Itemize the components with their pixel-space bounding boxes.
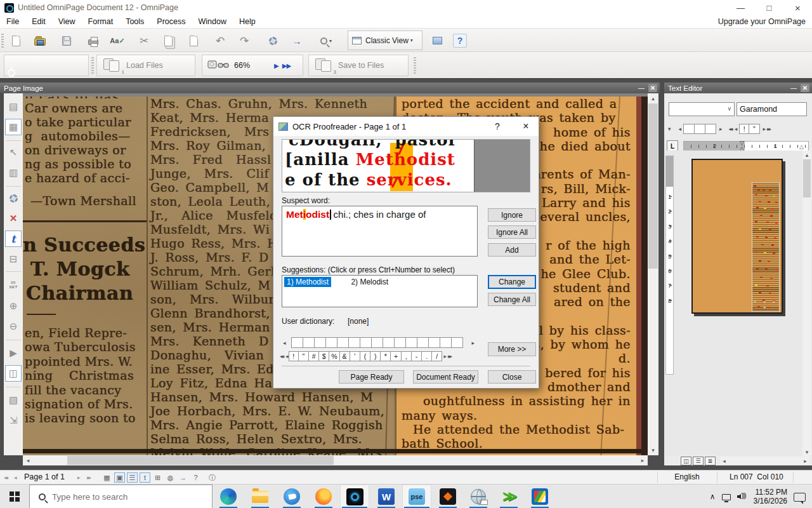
- delete-zone-button[interactable]: [5, 210, 22, 227]
- taskbar-word[interactable]: W: [372, 485, 401, 508]
- scroll-first-arrow[interactable]: [280, 353, 283, 359]
- maximize-button[interactable]: [755, 0, 783, 15]
- vscroll-thumb[interactable]: [648, 104, 658, 269]
- scroll-left-arrow[interactable]: [24, 455, 32, 465]
- search-input[interactable]: [52, 492, 179, 502]
- paragraph-style-select[interactable]: [669, 102, 735, 116]
- plain-view-button[interactable]: [705, 457, 716, 465]
- export-button[interactable]: [286, 31, 308, 50]
- options-button[interactable]: [262, 31, 284, 50]
- menu-help[interactable]: Help: [233, 17, 262, 26]
- text-editor-hscrollbar[interactable]: [720, 457, 809, 465]
- text-editor-content[interactable]: 12345678: [664, 150, 812, 456]
- view-select-group[interactable]: Classic View ▾: [348, 30, 422, 50]
- perform-ocr-button[interactable]: 66% ▶ ▶▶: [202, 55, 303, 76]
- text-editor-vscrollbar[interactable]: [802, 150, 811, 456]
- recognized-page-thumbnail[interactable]: [691, 159, 783, 314]
- taskbar-paperport[interactable]: [494, 485, 523, 508]
- scroll-up-arrow[interactable]: [802, 151, 811, 158]
- add-button[interactable]: Add: [488, 243, 536, 257]
- scroll-right-arrow[interactable]: [639, 455, 646, 465]
- taskbar-file-explorer[interactable]: [246, 485, 275, 508]
- taskbar-thunderbird[interactable]: [277, 485, 306, 508]
- taskbar-internet-mail[interactable]: [464, 485, 493, 508]
- zoom-out-button[interactable]: [5, 318, 22, 335]
- image-view-button[interactable]: [114, 472, 125, 483]
- start-button[interactable]: [0, 485, 29, 508]
- scroll-down-arrow[interactable]: [802, 448, 811, 455]
- print-button[interactable]: [82, 31, 104, 50]
- scroll-down-arrow[interactable]: [648, 446, 658, 454]
- select-tool-button[interactable]: [5, 144, 22, 161]
- send-page-button[interactable]: [5, 412, 22, 429]
- suggestion-item-selected[interactable]: 1) Methodist: [284, 277, 331, 287]
- action-center-icon[interactable]: [794, 493, 806, 502]
- form-page-button[interactable]: [5, 392, 22, 408]
- taskbar-photo-viewer[interactable]: [525, 485, 554, 508]
- text-editor-view-button[interactable]: [140, 472, 150, 483]
- cut-button[interactable]: [133, 31, 155, 50]
- next-page-button[interactable]: [77, 471, 79, 485]
- menu-edit[interactable]: Edit: [25, 17, 52, 26]
- menu-process[interactable]: Process: [150, 17, 192, 26]
- set-ocr-button[interactable]: ∞SET: [5, 276, 22, 293]
- thumbnails-view-button[interactable]: [102, 472, 112, 483]
- help-button[interactable]: ?: [449, 31, 471, 50]
- upgrade-link[interactable]: Upgrade your OmniPage: [718, 17, 806, 26]
- scroll-last-arrow[interactable]: [767, 126, 770, 132]
- page-view-button[interactable]: [681, 457, 691, 465]
- document-ready-button[interactable]: Document Ready: [413, 370, 478, 384]
- panel-close-button[interactable]: [648, 84, 657, 92]
- toolbar-handle[interactable]: [1, 34, 4, 48]
- char-cells[interactable]: !": [739, 124, 759, 134]
- panel-close-button[interactable]: [801, 84, 809, 92]
- char-cells-empty[interactable]: [291, 337, 463, 348]
- prev-page-button[interactable]: [14, 471, 16, 485]
- scroll-right-arrow[interactable]: [763, 126, 765, 132]
- thumbnail-view-button[interactable]: [5, 98, 22, 115]
- minimize-button[interactable]: [726, 0, 755, 15]
- taskbar-search[interactable]: [29, 485, 213, 508]
- scroll-last-arrow[interactable]: [448, 353, 451, 359]
- scroll-left-arrow[interactable]: [721, 457, 728, 465]
- close-dialog-button[interactable]: Close: [488, 370, 536, 384]
- more-button[interactable]: More >>: [488, 342, 536, 356]
- speaker-icon[interactable]: ))): [737, 492, 747, 501]
- suspect-word-box[interactable]: Metiodistchi.; ches in charge of: [282, 206, 478, 257]
- suggestion-item[interactable]: 2) Melodist: [348, 277, 391, 287]
- font-name-field[interactable]: [737, 102, 807, 116]
- copy-button[interactable]: [157, 31, 179, 50]
- menu-format[interactable]: Format: [82, 17, 120, 26]
- zoom-tool-button[interactable]: ▾: [312, 31, 340, 50]
- menu-view[interactable]: View: [52, 17, 82, 26]
- fast-forward-icon[interactable]: ▶▶: [282, 62, 291, 69]
- page-view-button[interactable]: [5, 119, 22, 135]
- paste-button[interactable]: [183, 31, 204, 50]
- page-image-hscrollbar[interactable]: [23, 455, 648, 465]
- ignore-all-button[interactable]: Ignore All: [488, 225, 536, 239]
- panel-minimize-button[interactable]: [789, 84, 798, 92]
- open-button[interactable]: [29, 31, 51, 50]
- taskbar-clock[interactable]: 11:52 PM3/16/2026: [754, 488, 787, 505]
- text-zone-tool-button[interactable]: t: [5, 231, 22, 247]
- zone-properties-button[interactable]: [5, 190, 22, 206]
- save-button[interactable]: [56, 31, 77, 50]
- last-page-button[interactable]: [87, 471, 90, 485]
- tray-chevron-icon[interactable]: ∧: [710, 492, 716, 501]
- panel-minimize-button[interactable]: [637, 84, 646, 92]
- table-view-button[interactable]: [152, 472, 163, 483]
- taskbar-edge[interactable]: [214, 485, 243, 508]
- go-button[interactable]: [178, 472, 188, 483]
- dialog-close-button[interactable]: [513, 117, 539, 136]
- taskbar-firefox[interactable]: [309, 485, 338, 508]
- taskbar-capture-tool[interactable]: [433, 485, 462, 508]
- formatted-view-button[interactable]: [693, 457, 704, 465]
- scroll-right-arrow[interactable]: [719, 126, 721, 132]
- style-dropdown-icon[interactable]: [668, 126, 670, 132]
- horizontal-ruler[interactable]: 2 1 ▽ △ △: [683, 141, 809, 151]
- save-to-files-button[interactable]: 3 Save to Files: [308, 55, 409, 76]
- zoom-in-button[interactable]: [5, 298, 22, 314]
- redo-button[interactable]: [233, 31, 255, 50]
- network-icon[interactable]: [722, 494, 731, 500]
- taskbar-omnipage[interactable]: [340, 485, 369, 508]
